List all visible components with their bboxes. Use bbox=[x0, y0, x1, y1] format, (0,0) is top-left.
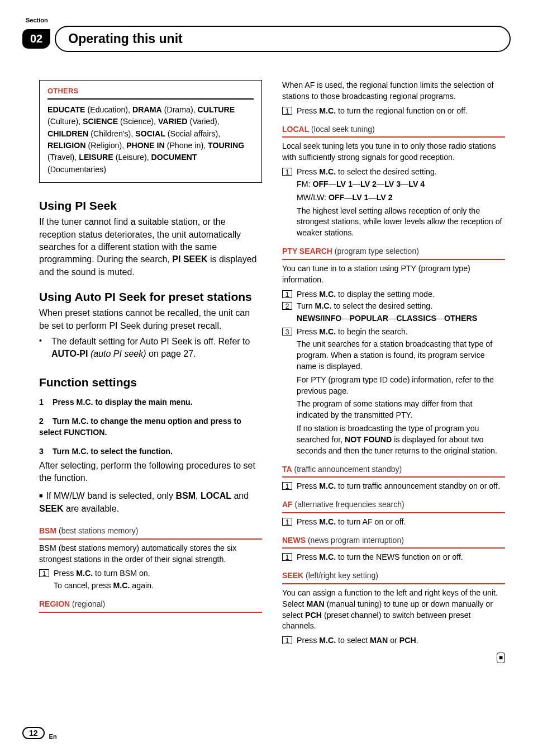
page-title: Operating this unit bbox=[55, 26, 511, 52]
local-header: LOCAL (local seek tuning) bbox=[282, 122, 505, 138]
ta-step-text: Press M.C. to turn traffic announcement … bbox=[297, 481, 505, 492]
pi-seek-paragraph: If the tuner cannot find a suitable stat… bbox=[39, 216, 262, 278]
af-name: AF bbox=[282, 500, 293, 509]
local-step-1: 1 Press M.C. to select the desired setti… bbox=[282, 167, 505, 178]
content-area: OTHERS EDUCATE (Education), DRAMA (Drama… bbox=[0, 52, 533, 664]
bsm-step-text: Press M.C. to turn BSM on. bbox=[54, 568, 262, 579]
seek-step-1: 1 Press M.C. to select MAN or PCH. bbox=[282, 635, 505, 646]
ta-desc: (traffic announcement standby) bbox=[292, 465, 402, 474]
mwlw-note-text: If MW/LW band is selected, only BSM, LOC… bbox=[39, 491, 249, 513]
step-box-icon: 3 bbox=[282, 328, 292, 336]
auto-pi-bullet-text: The default setting for Auto PI Seek is … bbox=[51, 336, 262, 361]
news-step-1: 1 Press M.C. to turn the NEWS function o… bbox=[282, 552, 505, 563]
pty-body: You can tune in to a station using PTY (… bbox=[282, 263, 505, 286]
bsm-header: BSM (best stations memory) bbox=[39, 524, 262, 540]
af-desc: (alternative frequencies search) bbox=[293, 500, 404, 509]
others-body: EDUCATE (Education), DRAMA (Drama), CULT… bbox=[47, 104, 254, 176]
af-intro: When AF is used, the regional function l… bbox=[282, 80, 505, 102]
pty-name: PTY SEARCH bbox=[282, 247, 332, 256]
step-box-icon: 1 bbox=[39, 569, 49, 577]
section-number: 02 bbox=[22, 29, 50, 49]
step-box-icon: 1 bbox=[282, 482, 292, 490]
language-code: En bbox=[49, 733, 57, 740]
ta-step-1: 1 Press M.C. to turn traffic announcemen… bbox=[282, 481, 505, 492]
pty-header: PTY SEARCH (program type selection) bbox=[282, 244, 505, 260]
pty-step-1-text: Press M.C. to display the setting mode. bbox=[297, 289, 505, 300]
step-box-icon: 1 bbox=[282, 553, 292, 561]
page-footer: 12 En bbox=[22, 727, 57, 739]
seek-desc: (left/right key setting) bbox=[303, 571, 378, 580]
step-box-icon: 1 bbox=[282, 290, 292, 298]
step-2-text: Turn M.C. to change the menu option and … bbox=[39, 417, 241, 437]
pi-seek-heading: Using PI Seek bbox=[39, 199, 262, 212]
pty-step-3: 3 Press M.C. to begin the search. bbox=[282, 327, 505, 338]
stop-icon: ■ bbox=[497, 653, 505, 663]
bsm-name: BSM bbox=[39, 526, 56, 535]
step-1: 1Press M.C. to display the main menu. bbox=[39, 397, 262, 408]
seek-name: SEEK bbox=[282, 571, 303, 580]
af-step-1: 1 Press M.C. to turn AF on or off. bbox=[282, 517, 505, 528]
local-name: LOCAL bbox=[282, 125, 309, 134]
pty-step-1: 1 Press M.C. to display the setting mode… bbox=[282, 289, 505, 300]
step-3: 3Turn M.C. to select the function. bbox=[39, 446, 262, 457]
seek-body: You can assign a function to the left an… bbox=[282, 588, 505, 632]
local-desc: (local seek tuning) bbox=[309, 125, 375, 134]
after-select-paragraph: After selecting, perform the following p… bbox=[39, 460, 262, 485]
region-step-1: 1 Press M.C. to turn the regional functi… bbox=[282, 106, 505, 117]
note-square-icon: ■ bbox=[39, 492, 43, 500]
step-box-icon: 1 bbox=[282, 518, 292, 526]
bsm-body: BSM (best stations memory) automatically… bbox=[39, 543, 262, 565]
left-column: OTHERS EDUCATE (Education), DRAMA (Drama… bbox=[39, 80, 262, 664]
af-header: AF (alternative frequencies search) bbox=[282, 498, 505, 513]
news-desc: (news program interruption) bbox=[306, 536, 404, 545]
seek-header: SEEK (left/right key setting) bbox=[282, 569, 505, 584]
step-box-icon: 1 bbox=[282, 107, 292, 115]
fm-line: FM: OFF—LV 1—LV 2—LV 3—LV 4 bbox=[282, 179, 505, 190]
function-settings-heading: Function settings bbox=[39, 375, 262, 389]
step-box-icon: 1 bbox=[282, 168, 292, 176]
auto-pi-bullet: • The default setting for Auto PI Seek i… bbox=[39, 336, 262, 361]
ta-name: TA bbox=[282, 465, 292, 474]
bsm-desc: (best stations memory) bbox=[56, 526, 138, 535]
local-note: The highest level setting allows recepti… bbox=[282, 206, 505, 239]
mw-line: MW/LW: OFF—LV 1—LV 2 bbox=[282, 192, 505, 204]
header-bar: 02 Operating this unit bbox=[22, 26, 511, 52]
news-name: NEWS bbox=[282, 536, 306, 545]
bsm-cancel: To cancel, press M.C. again. bbox=[39, 580, 262, 592]
others-box: OTHERS EDUCATE (Education), DRAMA (Drama… bbox=[39, 80, 262, 183]
pty-note-c: The program of some stations may differ … bbox=[282, 399, 505, 421]
pty-desc: (program type selection) bbox=[332, 247, 419, 256]
pty-options: NEWS/INFO—POPULAR—CLASSICS—OTHERS bbox=[282, 313, 505, 324]
right-column: When AF is used, the regional function l… bbox=[282, 80, 505, 664]
page-number: 12 bbox=[22, 727, 45, 739]
local-step-text: Press M.C. to select the desired setting… bbox=[297, 167, 505, 178]
step-2: 2Turn M.C. to change the menu option and… bbox=[39, 416, 262, 438]
pty-step-3-text: Press M.C. to begin the search. bbox=[297, 327, 505, 338]
ta-header: TA (traffic announcement standby) bbox=[282, 462, 505, 478]
step-3-text: Turn M.C. to select the function. bbox=[53, 447, 173, 456]
region-header: REGION (regional) bbox=[39, 597, 262, 613]
region-name: REGION bbox=[39, 599, 70, 608]
pty-step-2: 2 Turn M.C. to select the desired settin… bbox=[282, 301, 505, 312]
others-heading: OTHERS bbox=[47, 86, 254, 100]
section-label: Section bbox=[26, 17, 511, 23]
af-step-text: Press M.C. to turn AF on or off. bbox=[297, 517, 505, 528]
end-mark: ■ bbox=[282, 651, 505, 663]
region-desc: (regional) bbox=[70, 599, 105, 608]
news-step-text: Press M.C. to turn the NEWS function on … bbox=[297, 552, 505, 563]
mwlw-note: ■If MW/LW band is selected, only BSM, LO… bbox=[39, 490, 262, 515]
local-body: Local seek tuning lets you tune in to on… bbox=[282, 141, 505, 163]
pty-note-a: The unit searches for a station broadcas… bbox=[282, 339, 505, 372]
auto-pi-heading: Using Auto PI Seek for preset stations bbox=[39, 290, 262, 304]
page-header: Section 02 Operating this unit bbox=[0, 0, 533, 52]
step-1-text: Press M.C. to display the main menu. bbox=[53, 398, 193, 407]
news-header: NEWS (news program interruption) bbox=[282, 533, 505, 549]
seek-step-text: Press M.C. to select MAN or PCH. bbox=[297, 635, 505, 646]
pty-note-b: For PTY (program type ID code) informati… bbox=[282, 375, 505, 397]
pty-step-2-text: Turn M.C. to select the desired setting. bbox=[297, 301, 505, 312]
region-step-text: Press M.C. to turn the regional function… bbox=[297, 106, 505, 117]
bullet-icon: • bbox=[39, 336, 51, 361]
step-box-icon: 2 bbox=[282, 302, 292, 310]
pty-note-d: If no station is broadcasting the type o… bbox=[282, 423, 505, 457]
step-box-icon: 1 bbox=[282, 636, 292, 644]
